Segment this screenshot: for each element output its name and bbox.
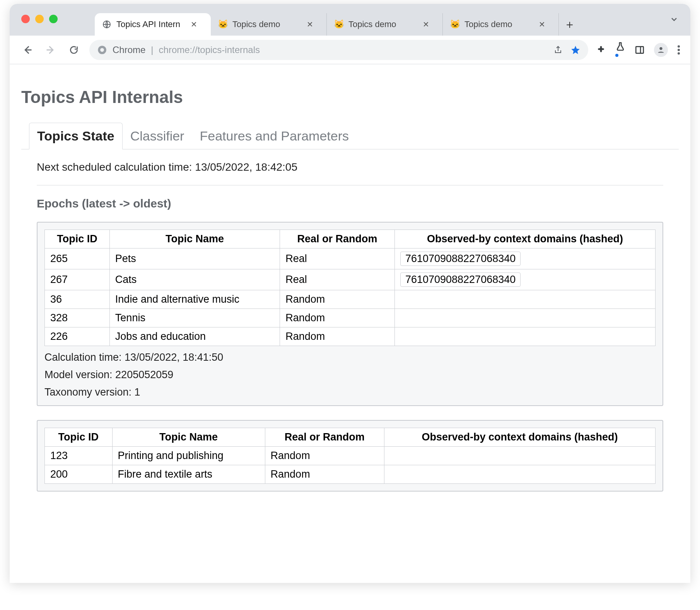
tab-close-icon[interactable]: ✕ [423, 20, 429, 29]
table-row: 200 Fibre and textile arts Random [45, 465, 656, 484]
svg-rect-4 [636, 46, 644, 53]
cell-hash [394, 309, 655, 327]
cell-topic-name: Printing and publishing [112, 447, 265, 465]
calc-time-value: 13/05/2022, 18:41:50 [125, 351, 223, 363]
page-title: Topics API Internals [21, 87, 679, 107]
window-controls [21, 15, 58, 23]
cell-kind: Real [280, 248, 395, 269]
profile-avatar[interactable] [654, 43, 668, 57]
tab-title: Topics API Intern [116, 19, 186, 29]
cell-topic-id: 328 [45, 309, 110, 327]
model-version-value: 2205052059 [115, 369, 173, 380]
table-header-row: Topic ID Topic Name Real or Random Obser… [45, 428, 656, 447]
tab-title: Topics demo [464, 19, 534, 29]
svg-point-7 [678, 49, 680, 51]
col-topic-id: Topic ID [45, 230, 110, 248]
table-row: 265 Pets Real 7610709088227068340 [45, 248, 656, 269]
model-version-label: Model version: [44, 369, 115, 380]
cell-topic-id: 267 [45, 269, 110, 290]
extensions-icon[interactable] [596, 45, 606, 55]
chrome-icon [97, 45, 107, 55]
browser-tab[interactable]: Topics API Intern ✕ [95, 13, 211, 36]
col-real-random: Real or Random [265, 428, 384, 447]
toolbar-icons [596, 41, 680, 58]
tab-title: Topics demo [348, 19, 418, 29]
cell-hash: 7610709088227068340 [394, 269, 655, 290]
tab-topics-state[interactable]: Topics State [29, 123, 123, 149]
cat-icon: 🐱 [450, 19, 460, 29]
cell-kind: Random [265, 465, 384, 484]
bookmark-star-icon[interactable] [570, 45, 580, 55]
table-header-row: Topic ID Topic Name Real or Random Obser… [45, 230, 656, 248]
topics-table: Topic ID Topic Name Real or Random Obser… [44, 230, 656, 346]
col-real-random: Real or Random [280, 230, 395, 248]
window-zoom-button[interactable] [49, 15, 58, 23]
topics-state-panel: Next scheduled calculation time: 13/05/2… [21, 149, 679, 492]
cell-topic-name: Jobs and education [109, 327, 280, 346]
cell-kind: Random [280, 327, 395, 346]
globe-icon [102, 19, 112, 29]
browser-toolbar: Chrome | chrome://topics-internals [10, 36, 690, 64]
cell-topic-name: Tennis [109, 309, 280, 327]
table-row: 36 Indie and alternative music Random [45, 290, 656, 309]
col-topic-name: Topic Name [109, 230, 280, 248]
cell-hash [394, 327, 655, 346]
taxonomy-version-line: Taxonomy version: 1 [44, 386, 656, 398]
svg-point-3 [615, 54, 618, 57]
tab-overflow-icon[interactable] [669, 15, 679, 24]
taxonomy-version-value: 1 [135, 386, 140, 398]
cell-topic-name: Cats [109, 269, 280, 290]
tab-classifier[interactable]: Classifier [123, 123, 192, 149]
cell-hash: 7610709088227068340 [394, 248, 655, 269]
cell-hash [384, 465, 656, 484]
side-panel-icon[interactable] [635, 45, 645, 55]
tab-features-parameters[interactable]: Features and Parameters [192, 123, 357, 149]
epoch-box: Topic ID Topic Name Real or Random Obser… [37, 222, 663, 406]
topics-table: Topic ID Topic Name Real or Random Obser… [44, 428, 656, 484]
tab-close-icon[interactable]: ✕ [307, 20, 313, 29]
window-minimize-button[interactable] [35, 15, 44, 23]
url-origin: Chrome [113, 45, 145, 55]
browser-tab[interactable]: 🐱 Topics demo ✕ [211, 13, 327, 36]
cat-icon: 🐱 [218, 19, 228, 29]
cell-hash [384, 447, 656, 465]
cell-topic-id: 226 [45, 327, 110, 346]
svg-point-2 [100, 48, 104, 52]
cell-hash [394, 290, 655, 309]
window-close-button[interactable] [21, 15, 30, 23]
page-tabs: Topics State Classifier Features and Par… [21, 122, 679, 149]
menu-dots-icon[interactable] [677, 45, 680, 55]
cell-topic-id: 123 [45, 447, 113, 465]
epoch-box: Topic ID Topic Name Real or Random Obser… [37, 420, 663, 492]
nav-back-button[interactable] [20, 42, 35, 58]
hash-chip: 7610709088227068340 [400, 252, 521, 266]
labs-icon[interactable] [615, 41, 625, 58]
col-observed-by: Observed-by context domains (hashed) [384, 428, 656, 447]
col-topic-id: Topic ID [45, 428, 113, 447]
col-topic-name: Topic Name [112, 428, 265, 447]
tab-close-icon[interactable]: ✕ [191, 20, 197, 29]
new-tab-button[interactable]: ＋ [559, 13, 580, 36]
nav-forward-button[interactable] [43, 42, 58, 58]
table-row: 267 Cats Real 7610709088227068340 [45, 269, 656, 290]
model-version-line: Model version: 2205052059 [44, 369, 656, 381]
browser-tab[interactable]: 🐱 Topics demo ✕ [443, 13, 559, 36]
table-row: 226 Jobs and education Random [45, 327, 656, 346]
taxonomy-version-label: Taxonomy version: [44, 386, 135, 398]
url-divider: | [151, 45, 153, 55]
divider [37, 185, 663, 185]
calc-time-label: Calculation time: [44, 351, 125, 363]
address-bar[interactable]: Chrome | chrome://topics-internals [89, 40, 588, 60]
hash-chip: 7610709088227068340 [400, 272, 521, 287]
browser-tab[interactable]: 🐱 Topics demo ✕ [327, 13, 443, 36]
share-icon[interactable] [553, 45, 563, 55]
cell-topic-id: 200 [45, 465, 113, 484]
table-row: 328 Tennis Random [45, 309, 656, 327]
next-calc-label: Next scheduled calculation time: [37, 161, 195, 173]
cell-topic-name: Fibre and textile arts [112, 465, 265, 484]
epochs-heading: Epochs (latest -> oldest) [37, 197, 663, 210]
reload-button[interactable] [66, 42, 82, 58]
cell-topic-name: Indie and alternative music [109, 290, 280, 309]
svg-point-6 [678, 45, 680, 48]
tab-close-icon[interactable]: ✕ [539, 20, 545, 29]
